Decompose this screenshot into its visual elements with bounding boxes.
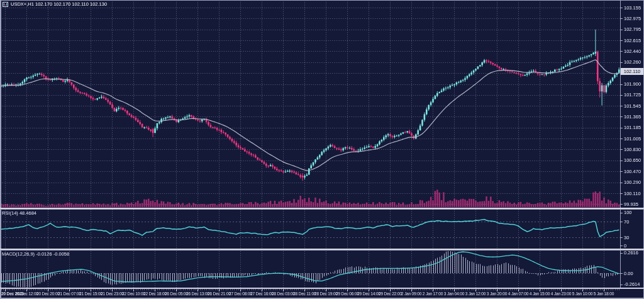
candlestick-chart-icon [3, 2, 8, 7]
panel-divider-macd[interactable] [0, 249, 644, 251]
panel-divider-rsi[interactable] [0, 208, 644, 210]
macd-indicator-label: MACD(12,26,9) -0.0126 -0.0058 [2, 251, 69, 257]
current-price-value: 102.110 [624, 69, 641, 74]
time-axis-divider[interactable] [0, 288, 644, 289]
chart-title: USDX+,H1 102.170 102.170 102.110 102.130 [3, 1, 107, 7]
chart-canvas[interactable] [0, 0, 644, 299]
chart-window: USDX+,H1 102.170 102.170 102.110 102.130… [0, 0, 644, 299]
rsi-label-text: RSI(14) 48.4684 [2, 210, 36, 216]
chart-title-text: USDX+,H1 102.170 102.170 102.110 102.130 [11, 1, 107, 7]
rsi-indicator-label: RSI(14) 48.4684 [2, 210, 36, 216]
macd-label-text: MACD(12,26,9) -0.0126 -0.0058 [2, 251, 69, 257]
current-price-box: 102.110 [621, 68, 643, 75]
